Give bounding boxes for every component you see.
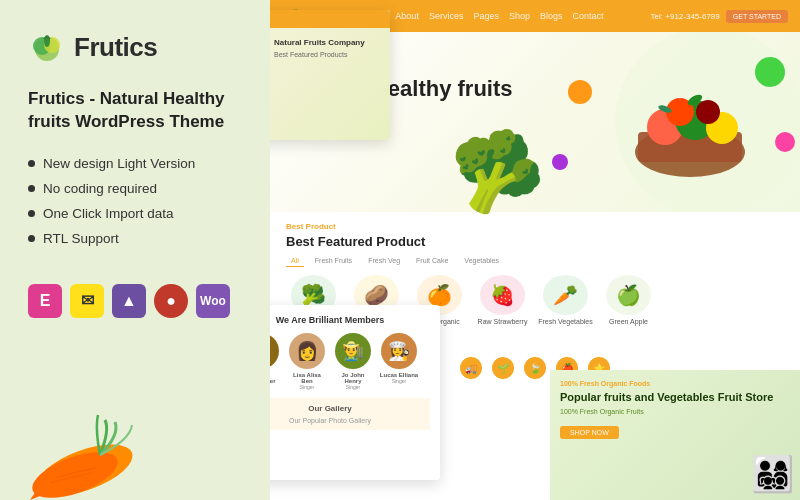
carrot-decoration xyxy=(20,410,150,500)
product-name: Green Apple xyxy=(601,318,656,325)
small-preview-title: Natural Fruits Company xyxy=(274,38,384,47)
right-panel: Vegetables & Foods 🥝🍋🍊 Natural Fruits Co… xyxy=(270,0,800,500)
feature-label: New design Light Version xyxy=(43,156,195,171)
family-icon: 👨‍👩‍👧‍👦 xyxy=(751,454,795,495)
feature-label: No coding required xyxy=(43,181,157,196)
gallery-subtitle: Our Popular Photo Gallery xyxy=(270,417,420,424)
svg-point-17 xyxy=(775,132,795,152)
team-member-3: 👨‍🌾 Jo John Henry Singer xyxy=(333,333,373,390)
icon-shipping: 🚚 xyxy=(460,357,482,379)
feature-item: No coding required xyxy=(28,181,242,196)
svg-point-15 xyxy=(568,80,592,104)
product-card: 🍏 Green Apple xyxy=(601,275,656,325)
team-member-2: 👩 Lisa Alisa Ben Singer xyxy=(287,333,327,390)
nav-about: About xyxy=(395,11,419,21)
bottom-title: Popular fruits and Vegetables Fruit Stor… xyxy=(560,390,790,404)
svg-point-16 xyxy=(755,57,785,87)
preview-phone: Tel: +912-345-6789 xyxy=(651,12,720,21)
feature-item: One Click Import data xyxy=(28,206,242,221)
products-tag: Best Product xyxy=(286,222,784,231)
member-role-4: Singer xyxy=(379,378,419,384)
preview-cta-btn: GET STARTED xyxy=(726,10,788,23)
nav-blogs: Blogs xyxy=(540,11,563,21)
small-preview-subtitle: Best Featured Products xyxy=(274,50,384,60)
bottom-store-preview: 100% Fresh Organic Foods Popular fruits … xyxy=(550,370,800,500)
svg-point-14 xyxy=(696,100,720,124)
plugin-icons-row: E ✉ ▲ ● Woo xyxy=(28,284,242,318)
bullet-icon xyxy=(28,210,35,217)
avatar-4: 👩‍🍳 xyxy=(381,333,417,369)
nav-shop: Shop xyxy=(509,11,530,21)
theme-title: Frutics - Natural Healthy fruits WordPre… xyxy=(28,88,242,134)
feature-label: RTL Support xyxy=(43,231,119,246)
woocommerce-icon: Woo xyxy=(196,284,230,318)
bottom-tag: 100% Fresh Organic Foods xyxy=(560,380,790,387)
nav-contact: Contact xyxy=(572,11,603,21)
product-card: 🥕 Fresh Vegetables xyxy=(538,275,593,325)
elementor-icon: E xyxy=(28,284,62,318)
icon-leaf: 🍃 xyxy=(524,357,546,379)
logo-icon xyxy=(28,28,66,66)
products-title: Best Featured Product xyxy=(286,234,784,249)
bullet-icon xyxy=(28,235,35,242)
product-name: Fresh Vegetables xyxy=(538,318,593,325)
nav-services: Services xyxy=(429,11,464,21)
tab-fresh-fruits: Fresh Fruits xyxy=(310,255,357,267)
hero-fruits xyxy=(530,32,800,212)
svg-point-18 xyxy=(552,154,568,170)
bullet-icon xyxy=(28,160,35,167)
member-name-3: Jo John Henry xyxy=(333,372,373,384)
tab-fruit-cake: Fruit Cake xyxy=(411,255,453,267)
icon-organic: 🌱 xyxy=(492,357,514,379)
member-name-1: Jack Alexander xyxy=(270,372,281,384)
nav-pages: Pages xyxy=(473,11,499,21)
team-title: We Are Brilliant Members xyxy=(270,315,430,325)
member-role-2: Singer xyxy=(287,384,327,390)
feature-item: RTL Support xyxy=(28,231,242,246)
team-member-4: 👩‍🍳 Lucas Elliana Singer xyxy=(379,333,419,390)
small-preview-top: Vegetables & Foods 🥝🍋🍊 Natural Fruits Co… xyxy=(270,10,390,140)
team-members: 👨 Jack Alexander Singer 👩 Lisa Alisa Ben… xyxy=(270,333,430,390)
feature-item: New design Light Version xyxy=(28,156,242,171)
product-img: 🍏 xyxy=(606,275,651,315)
tab-vegetables: Vegetables xyxy=(459,255,504,267)
product-img: 🍓 xyxy=(480,275,525,315)
small-preview-header: Vegetables & Foods xyxy=(270,10,390,28)
product-tabs: All Fresh Fruits Fresh Veg Fruit Cake Ve… xyxy=(286,255,784,267)
bottom-subtitle: 100% Fresh Organic Fruits xyxy=(560,408,790,415)
team-member-1: 👨 Jack Alexander Singer xyxy=(270,333,281,390)
left-panel: Frutics Frutics - Natural Healthy fruits… xyxy=(0,0,270,500)
features-list: New design Light Version No coding requi… xyxy=(28,156,242,256)
bullet-icon xyxy=(28,185,35,192)
team-preview: We Are Brilliant Members 👨 Jack Alexande… xyxy=(270,305,440,480)
gallery-title: Our Gallery xyxy=(270,404,420,413)
avatar-2: 👩 xyxy=(289,333,325,369)
tab-all: All xyxy=(286,255,304,267)
preview-nav: Home About Services Pages Shop Blogs Con… xyxy=(361,11,603,21)
product-card: 🍓 Raw Strawberry xyxy=(475,275,530,325)
triangle-icon: ▲ xyxy=(112,284,146,318)
tab-fresh-veg: Fresh Veg xyxy=(363,255,405,267)
product-img: 🥕 xyxy=(543,275,588,315)
member-role-1: Singer xyxy=(270,384,281,390)
feature-label: One Click Import data xyxy=(43,206,174,221)
product-name: Raw Strawberry xyxy=(475,318,530,325)
gallery-section: Our Gallery Our Popular Photo Gallery xyxy=(270,398,430,430)
preview-header-right: Tel: +912-345-6789 GET STARTED xyxy=(651,10,788,23)
member-role-3: Singer xyxy=(333,384,373,390)
circle-icon: ● xyxy=(154,284,188,318)
avatar-3: 👨‍🌾 xyxy=(335,333,371,369)
logo-area: Frutics xyxy=(28,28,242,66)
avatar-1: 👨 xyxy=(270,333,279,369)
member-name-2: Lisa Alisa Ben xyxy=(287,372,327,384)
brand-name: Frutics xyxy=(74,32,157,63)
bottom-cta-btn: SHOP NOW xyxy=(560,426,619,439)
mailchimp-icon: ✉ xyxy=(70,284,104,318)
